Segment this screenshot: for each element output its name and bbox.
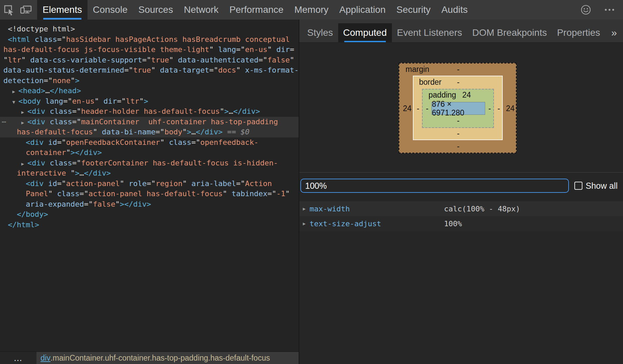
code-line[interactable]: ⋯ ▶<div class="mainContainer uhf-contain… [0,117,299,127]
more-tabs-icon[interactable]: » [605,23,623,42]
expand-arrow-icon[interactable]: ▶ [21,107,27,118]
code-token: <div [3,138,44,147]
expand-arrow-icon[interactable]: ▶ [303,206,309,211]
code-line[interactable]: ▼<body lang="en-us" dir="ltr"> [0,96,299,107]
code-token: = [290,45,294,54]
tab-memory[interactable]: Memory [289,0,334,20]
code-line[interactable]: <div id="openFeedbackContainer" class="o… [0,137,299,148]
tab-security[interactable]: Security [391,0,436,20]
code-line[interactable]: has-default-focus" data-bi-name="body">…… [0,127,299,137]
code-token: openfeedback- [200,138,258,147]
code-line[interactable]: ▶<div class="header-holder has-default-f… [0,106,299,117]
code-token: > [224,107,229,115]
code-token: =" [236,179,245,188]
code-token: … [79,169,84,177]
code-line[interactable]: Panel" class="action-panel has-default-f… [0,189,299,199]
row-actions-icon[interactable]: ⋯ [2,117,6,127]
tab-sources[interactable]: Sources [133,0,178,20]
code-line[interactable]: aria-expanded="false"></div> [0,199,299,210]
margin-top-value[interactable]: - [457,65,459,74]
code-token: <head> [19,86,45,95]
tab-console[interactable]: Console [88,0,133,20]
code-line[interactable]: detection="none"> [0,76,299,86]
tab-event-listeners[interactable]: Event Listeners [392,23,467,42]
inspect-element-icon[interactable] [0,0,18,20]
border-left-value[interactable]: - [417,104,419,113]
breadcrumb-overflow-button[interactable]: … [0,352,36,364]
computed-property-row[interactable]: ▶text-size-adjust100% [299,216,623,231]
code-line[interactable]: "ltr" data-css-variable-support="true" d… [0,55,299,66]
expand-arrow-icon[interactable]: ▶ [303,221,309,226]
border-right-value[interactable]: - [497,104,500,113]
code-token: " [151,66,160,74]
code-token: data-target [160,66,209,74]
code-line[interactable]: ▶<head>…</head> [0,86,299,96]
padding-top-value[interactable]: 24 [462,90,471,99]
tab-styles[interactable]: Styles [302,23,338,42]
code-token: aria-expanded [3,200,84,208]
code-line[interactable]: <html class="hasSidebar hasPageActions h… [0,34,299,45]
expand-arrow-icon[interactable]: ▶ [13,86,19,97]
computed-properties-list: ▶max-widthcalc(100% - 48px)▶text-size-ad… [299,201,623,231]
code-line[interactable]: has-default-focus js-focus-visible theme… [0,45,299,55]
tab-performance[interactable]: Performance [224,0,289,20]
code-line[interactable]: </html> [0,220,299,230]
code-token: =" [124,66,133,74]
device-toolbar-icon[interactable] [18,0,35,20]
sidebar-tabs: StylesComputedEvent ListenersDOM Breakpo… [299,20,623,43]
code-token: " [48,189,57,198]
padding-bottom-value[interactable]: - [457,116,459,125]
code-line[interactable]: interactive ">…</div> [0,168,299,179]
tab-audits[interactable]: Audits [436,0,473,20]
code-token: en-us [72,97,94,105]
code-line[interactable]: <!doctype html> [0,24,299,34]
code-token: =" [72,118,81,126]
breadcrumb[interactable]: div.mainContainer.uhf-container.has-top-… [36,352,299,364]
code-line[interactable]: data-auth-status-determined="true" data-… [0,65,299,76]
code-token: <body [19,97,41,105]
tab-elements[interactable]: Elements [37,0,88,20]
expand-arrow-icon[interactable]: ▶ [21,159,27,169]
border-bottom-value[interactable]: - [457,129,459,138]
code-token: " [220,107,224,115]
code-token: data-css-variable-support [30,56,142,64]
show-all-checkbox[interactable] [574,182,582,190]
expand-arrow-icon[interactable]: ▶ [21,118,27,128]
padding-left-value[interactable]: - [426,104,428,113]
breadcrumb-tag[interactable]: div [41,354,50,363]
tab-network[interactable]: Network [178,0,224,20]
margin-bottom-value[interactable]: - [457,142,459,151]
code-token: body [165,128,182,136]
code-token: <div [27,159,45,167]
code-token [3,97,13,105]
margin-right-value[interactable]: 24 [506,104,515,113]
tab-application[interactable]: Application [334,0,391,20]
code-line[interactable]: <div id="action-panel" role="region" ari… [0,179,299,189]
padding-label: padding [428,90,456,99]
code-token: class [50,118,72,126]
show-all-toggle[interactable]: Show all [574,181,618,191]
breadcrumb-bar: … div.mainContainer.uhf-container.has-to… [0,352,299,364]
code-token: =" [63,97,72,105]
box-model-content[interactable]: 876 × 6971.280 [431,102,485,115]
computed-property-row[interactable]: ▶max-widthcalc(100% - 48px) [299,201,623,216]
code-token: " [71,76,75,85]
code-token: class [57,189,79,198]
more-options-icon[interactable] [601,4,618,16]
border-top-value[interactable]: - [457,78,459,86]
code-line[interactable]: ▶<div class="footerContainer has-default… [0,158,299,168]
code-token: openFeedbackContainer [66,138,160,147]
code-line[interactable]: </body> [0,209,299,220]
filter-input[interactable] [300,179,569,193]
margin-left-value[interactable]: 24 [403,104,412,113]
code-token: Panel [3,189,48,198]
code-token: -1 [276,189,285,198]
smiley-feedback-icon[interactable] [577,4,595,16]
expand-arrow-icon[interactable]: ▼ [13,97,19,107]
padding-right-value[interactable]: - [488,104,491,113]
tab-computed[interactable]: Computed [338,23,392,42]
code-token: role [129,179,147,188]
tab-dom-breakpoints[interactable]: DOM Breakpoints [467,23,552,42]
tab-properties[interactable]: Properties [552,23,605,42]
code-line[interactable]: container"></div> [0,148,299,158]
